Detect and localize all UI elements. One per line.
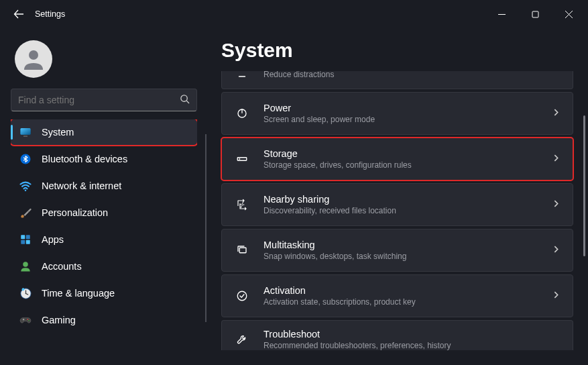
titlebar: Settings bbox=[0, 0, 588, 28]
svg-line-6 bbox=[186, 101, 189, 103]
setting-item-reduce-distractions[interactable]: Reduce distractions bbox=[221, 71, 573, 89]
sidebar-item-accounts[interactable]: Accounts bbox=[11, 254, 197, 279]
sidebar-item-system[interactable]: System bbox=[11, 119, 197, 145]
sidebar-item-apps[interactable]: Apps bbox=[11, 227, 197, 252]
titlebar-left: Settings bbox=[12, 7, 65, 21]
svg-rect-8 bbox=[21, 128, 31, 135]
setting-text: StorageStorage space, drives, configurat… bbox=[263, 148, 538, 170]
search-icon bbox=[180, 94, 190, 107]
back-button[interactable] bbox=[12, 7, 25, 21]
sidebar-item-label: Personalization bbox=[42, 207, 108, 218]
svg-point-4 bbox=[29, 50, 38, 60]
power-icon bbox=[234, 105, 250, 121]
clock-icon bbox=[19, 286, 32, 300]
setting-desc: Activation state, subscriptions, product… bbox=[263, 297, 538, 307]
brush-icon bbox=[19, 206, 32, 219]
drive-icon bbox=[234, 151, 250, 167]
setting-desc: Storage space, drives, configuration rul… bbox=[263, 160, 538, 170]
svg-point-5 bbox=[181, 95, 187, 101]
setting-item-power[interactable]: PowerScreen and sleep, power mode bbox=[221, 92, 573, 135]
sidebar-item-label: Bluetooth & devices bbox=[42, 154, 127, 164]
setting-title: Nearby sharing bbox=[263, 194, 538, 205]
sidebar-item-personalization[interactable]: Personalization bbox=[11, 200, 197, 225]
setting-text: MultitaskingSnap windows, desktops, task… bbox=[263, 240, 538, 261]
svg-rect-9 bbox=[23, 136, 27, 137]
setting-text: TroubleshootRecommended troubleshooters,… bbox=[263, 329, 538, 350]
setting-title: Storage bbox=[263, 148, 538, 159]
setting-title: Troubleshoot bbox=[263, 329, 538, 340]
sidebar-item-label: Time & language bbox=[42, 288, 115, 299]
page-title: System bbox=[221, 39, 573, 62]
sidebar-item-label: System bbox=[42, 127, 74, 138]
sidebar-item-time-language[interactable]: Time & language bbox=[11, 280, 197, 306]
svg-point-20 bbox=[21, 288, 24, 291]
sidebar-item-gaming[interactable]: Gaming bbox=[11, 307, 197, 333]
search-input[interactable] bbox=[18, 95, 180, 105]
svg-point-29 bbox=[237, 291, 247, 301]
svg-rect-13 bbox=[26, 235, 30, 239]
setting-text: PowerScreen and sleep, power mode bbox=[263, 103, 538, 124]
chevron-right-icon bbox=[552, 199, 561, 211]
setting-desc: Screen and sleep, power mode bbox=[263, 115, 538, 124]
wifi-icon bbox=[19, 179, 32, 193]
close-button[interactable] bbox=[554, 5, 583, 23]
chevron-right-icon bbox=[552, 244, 561, 256]
sidebar-item-network-internet[interactable]: Network & internet bbox=[11, 173, 197, 199]
setting-desc: Recommended troubleshooters, preferences… bbox=[263, 341, 538, 350]
sidebar: SystemBluetooth & devicesNetwork & inter… bbox=[0, 28, 207, 365]
setting-text: Nearby sharingDiscoverability, received … bbox=[263, 194, 538, 215]
setting-desc: Discoverability, received files location bbox=[263, 206, 538, 215]
setting-title: Activation bbox=[263, 285, 538, 296]
sidebar-item-label: Apps bbox=[42, 234, 64, 245]
setting-text: Reduce distractions bbox=[263, 71, 561, 79]
chevron-right-icon bbox=[552, 153, 561, 165]
window-controls bbox=[487, 5, 583, 23]
monitor-icon bbox=[19, 125, 32, 139]
setting-item-multitasking[interactable]: MultitaskingSnap windows, desktops, task… bbox=[221, 229, 573, 272]
sidebar-item-label: Gaming bbox=[42, 315, 76, 325]
share-icon bbox=[234, 197, 250, 213]
setting-item-troubleshoot[interactable]: TroubleshootRecommended troubleshooters,… bbox=[221, 320, 573, 350]
sidebar-scroll-indicator bbox=[205, 134, 207, 322]
chevron-right-icon bbox=[552, 290, 561, 302]
check-icon bbox=[234, 288, 250, 304]
maximize-button[interactable] bbox=[521, 5, 549, 23]
setting-title: Multitasking bbox=[263, 240, 538, 250]
minus-icon bbox=[234, 68, 250, 85]
setting-item-activation[interactable]: ActivationActivation state, subscription… bbox=[221, 274, 573, 317]
minimize-button[interactable] bbox=[487, 5, 516, 23]
svg-rect-15 bbox=[26, 240, 30, 244]
setting-item-nearby-sharing[interactable]: Nearby sharingDiscoverability, received … bbox=[221, 183, 573, 226]
svg-point-22 bbox=[28, 320, 30, 321]
wrench-icon bbox=[234, 331, 250, 348]
window-title: Settings bbox=[35, 9, 65, 19]
search-box[interactable] bbox=[11, 89, 197, 111]
account-row[interactable] bbox=[11, 35, 197, 89]
svg-point-21 bbox=[27, 319, 29, 320]
setting-item-storage[interactable]: StorageStorage space, drives, configurat… bbox=[221, 138, 573, 180]
nav-list: SystemBluetooth & devicesNetwork & inter… bbox=[11, 119, 197, 333]
svg-point-27 bbox=[239, 159, 240, 160]
scrollbar-thumb[interactable] bbox=[583, 115, 585, 256]
chevron-right-icon bbox=[552, 107, 561, 119]
setting-list: Reduce distractionsPowerScreen and sleep… bbox=[221, 71, 573, 350]
sidebar-item-bluetooth-devices[interactable]: Bluetooth & devices bbox=[11, 146, 197, 172]
svg-point-19 bbox=[25, 293, 26, 294]
sidebar-item-label: Network & internet bbox=[42, 180, 121, 191]
content: System Reduce distractionsPowerScreen an… bbox=[207, 28, 588, 365]
person-icon bbox=[19, 260, 32, 273]
setting-title: Power bbox=[263, 103, 538, 113]
avatar bbox=[15, 40, 52, 78]
svg-rect-28 bbox=[239, 248, 246, 253]
svg-rect-14 bbox=[21, 240, 25, 244]
svg-rect-12 bbox=[21, 235, 25, 239]
sidebar-item-label: Accounts bbox=[42, 261, 82, 272]
svg-point-16 bbox=[23, 262, 28, 267]
setting-desc: Reduce distractions bbox=[263, 70, 561, 79]
body: SystemBluetooth & devicesNetwork & inter… bbox=[0, 28, 588, 365]
svg-point-11 bbox=[25, 189, 27, 191]
multitask-icon bbox=[234, 242, 250, 258]
apps-icon bbox=[19, 233, 32, 246]
gamepad-icon bbox=[19, 313, 32, 327]
setting-desc: Snap windows, desktops, task switching bbox=[263, 252, 538, 261]
